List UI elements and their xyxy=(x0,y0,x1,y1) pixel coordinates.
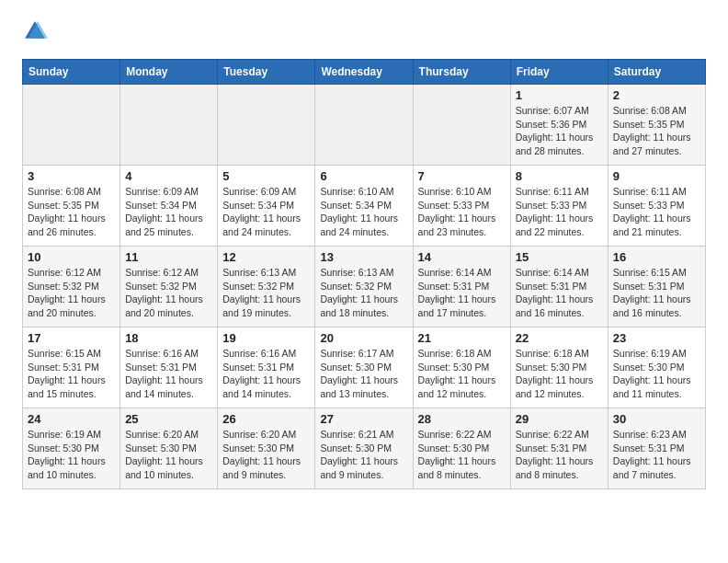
calendar-cell: 3Sunrise: 6:08 AM Sunset: 5:35 PM Daylig… xyxy=(23,166,120,247)
day-info: Sunrise: 6:08 AM Sunset: 5:35 PM Dayligh… xyxy=(28,185,115,239)
day-info: Sunrise: 6:13 AM Sunset: 5:32 PM Dayligh… xyxy=(320,266,407,320)
day-number: 26 xyxy=(222,412,310,426)
day-number: 23 xyxy=(613,331,700,345)
calendar-cell: 27Sunrise: 6:21 AM Sunset: 5:30 PM Dayli… xyxy=(315,408,413,489)
day-info: Sunrise: 6:23 AM Sunset: 5:31 PM Dayligh… xyxy=(613,428,700,482)
day-number: 13 xyxy=(320,250,407,264)
calendar-cell: 13Sunrise: 6:13 AM Sunset: 5:32 PM Dayli… xyxy=(315,247,413,327)
day-number: 27 xyxy=(320,412,407,426)
day-info: Sunrise: 6:16 AM Sunset: 5:31 PM Dayligh… xyxy=(222,347,310,401)
weekday-header: Friday xyxy=(510,60,608,85)
weekday-header: Thursday xyxy=(413,60,510,85)
day-info: Sunrise: 6:22 AM Sunset: 5:30 PM Dayligh… xyxy=(418,428,506,482)
day-info: Sunrise: 6:20 AM Sunset: 5:30 PM Dayligh… xyxy=(222,428,310,482)
day-number: 5 xyxy=(222,169,310,183)
day-number: 10 xyxy=(28,250,115,264)
day-info: Sunrise: 6:12 AM Sunset: 5:32 PM Dayligh… xyxy=(28,266,115,320)
calendar-cell: 21Sunrise: 6:18 AM Sunset: 5:30 PM Dayli… xyxy=(413,327,510,408)
calendar-cell: 26Sunrise: 6:20 AM Sunset: 5:30 PM Dayli… xyxy=(218,408,315,489)
calendar-cell xyxy=(315,85,413,166)
day-number: 19 xyxy=(222,331,310,345)
day-info: Sunrise: 6:14 AM Sunset: 5:31 PM Dayligh… xyxy=(418,266,506,320)
calendar-cell: 22Sunrise: 6:18 AM Sunset: 5:30 PM Dayli… xyxy=(510,327,608,408)
calendar-cell: 9Sunrise: 6:11 AM Sunset: 5:33 PM Daylig… xyxy=(608,166,705,247)
calendar-cell: 19Sunrise: 6:16 AM Sunset: 5:31 PM Dayli… xyxy=(218,327,315,408)
calendar-cell: 16Sunrise: 6:15 AM Sunset: 5:31 PM Dayli… xyxy=(608,247,705,327)
weekday-header: Sunday xyxy=(23,60,120,85)
calendar-cell xyxy=(120,85,218,166)
calendar-cell: 10Sunrise: 6:12 AM Sunset: 5:32 PM Dayli… xyxy=(23,247,120,327)
day-number: 17 xyxy=(28,331,115,345)
calendar-week: 3Sunrise: 6:08 AM Sunset: 5:35 PM Daylig… xyxy=(23,166,706,247)
day-info: Sunrise: 6:09 AM Sunset: 5:34 PM Dayligh… xyxy=(222,185,310,239)
calendar-cell: 11Sunrise: 6:12 AM Sunset: 5:32 PM Dayli… xyxy=(120,247,218,327)
day-number: 7 xyxy=(418,169,506,183)
day-number: 4 xyxy=(125,169,212,183)
logo-icon xyxy=(22,18,48,44)
page: SundayMondayTuesdayWednesdayThursdayFrid… xyxy=(0,0,728,504)
day-number: 9 xyxy=(613,169,700,183)
calendar-cell xyxy=(218,85,315,166)
weekday-header: Tuesday xyxy=(218,60,315,85)
day-number: 15 xyxy=(516,250,603,264)
calendar-week: 10Sunrise: 6:12 AM Sunset: 5:32 PM Dayli… xyxy=(23,247,706,327)
day-number: 25 xyxy=(125,412,212,426)
weekday-row: SundayMondayTuesdayWednesdayThursdayFrid… xyxy=(23,60,706,85)
day-number: 14 xyxy=(418,250,506,264)
calendar-cell: 28Sunrise: 6:22 AM Sunset: 5:30 PM Dayli… xyxy=(413,408,510,489)
day-info: Sunrise: 6:09 AM Sunset: 5:34 PM Dayligh… xyxy=(125,185,212,239)
weekday-header: Saturday xyxy=(608,60,705,85)
calendar-cell: 24Sunrise: 6:19 AM Sunset: 5:30 PM Dayli… xyxy=(23,408,120,489)
calendar-cell: 15Sunrise: 6:14 AM Sunset: 5:31 PM Dayli… xyxy=(510,247,608,327)
day-info: Sunrise: 6:07 AM Sunset: 5:36 PM Dayligh… xyxy=(516,104,603,158)
calendar-week: 24Sunrise: 6:19 AM Sunset: 5:30 PM Dayli… xyxy=(23,408,706,489)
calendar-cell: 25Sunrise: 6:20 AM Sunset: 5:30 PM Dayli… xyxy=(120,408,218,489)
calendar-week: 1Sunrise: 6:07 AM Sunset: 5:36 PM Daylig… xyxy=(23,85,706,166)
day-info: Sunrise: 6:17 AM Sunset: 5:30 PM Dayligh… xyxy=(320,347,407,401)
day-number: 8 xyxy=(516,169,603,183)
day-number: 20 xyxy=(320,331,407,345)
day-number: 2 xyxy=(613,88,700,102)
day-info: Sunrise: 6:20 AM Sunset: 5:30 PM Dayligh… xyxy=(125,428,212,482)
calendar-cell: 4Sunrise: 6:09 AM Sunset: 5:34 PM Daylig… xyxy=(120,166,218,247)
day-number: 29 xyxy=(516,412,603,426)
calendar-cell: 14Sunrise: 6:14 AM Sunset: 5:31 PM Dayli… xyxy=(413,247,510,327)
calendar-week: 17Sunrise: 6:15 AM Sunset: 5:31 PM Dayli… xyxy=(23,327,706,408)
day-info: Sunrise: 6:19 AM Sunset: 5:30 PM Dayligh… xyxy=(28,428,115,482)
day-info: Sunrise: 6:18 AM Sunset: 5:30 PM Dayligh… xyxy=(516,347,603,401)
day-info: Sunrise: 6:14 AM Sunset: 5:31 PM Dayligh… xyxy=(516,266,603,320)
calendar-cell: 5Sunrise: 6:09 AM Sunset: 5:34 PM Daylig… xyxy=(218,166,315,247)
calendar-header: SundayMondayTuesdayWednesdayThursdayFrid… xyxy=(23,60,706,85)
day-info: Sunrise: 6:18 AM Sunset: 5:30 PM Dayligh… xyxy=(418,347,506,401)
calendar-cell: 23Sunrise: 6:19 AM Sunset: 5:30 PM Dayli… xyxy=(608,327,705,408)
calendar-cell: 20Sunrise: 6:17 AM Sunset: 5:30 PM Dayli… xyxy=(315,327,413,408)
calendar-cell xyxy=(413,85,510,166)
calendar-cell: 7Sunrise: 6:10 AM Sunset: 5:33 PM Daylig… xyxy=(413,166,510,247)
day-info: Sunrise: 6:08 AM Sunset: 5:35 PM Dayligh… xyxy=(613,104,700,158)
day-number: 3 xyxy=(28,169,115,183)
weekday-header: Wednesday xyxy=(315,60,413,85)
calendar-cell xyxy=(23,85,120,166)
calendar-cell: 1Sunrise: 6:07 AM Sunset: 5:36 PM Daylig… xyxy=(510,85,608,166)
day-info: Sunrise: 6:22 AM Sunset: 5:31 PM Dayligh… xyxy=(516,428,603,482)
calendar-cell: 12Sunrise: 6:13 AM Sunset: 5:32 PM Dayli… xyxy=(218,247,315,327)
day-info: Sunrise: 6:10 AM Sunset: 5:34 PM Dayligh… xyxy=(320,185,407,239)
calendar-body: 1Sunrise: 6:07 AM Sunset: 5:36 PM Daylig… xyxy=(23,85,706,489)
calendar-cell: 2Sunrise: 6:08 AM Sunset: 5:35 PM Daylig… xyxy=(608,85,705,166)
logo xyxy=(22,18,51,44)
day-info: Sunrise: 6:15 AM Sunset: 5:31 PM Dayligh… xyxy=(613,266,700,320)
calendar-cell: 6Sunrise: 6:10 AM Sunset: 5:34 PM Daylig… xyxy=(315,166,413,247)
day-info: Sunrise: 6:11 AM Sunset: 5:33 PM Dayligh… xyxy=(516,185,603,239)
day-info: Sunrise: 6:19 AM Sunset: 5:30 PM Dayligh… xyxy=(613,347,700,401)
day-number: 21 xyxy=(418,331,506,345)
day-info: Sunrise: 6:12 AM Sunset: 5:32 PM Dayligh… xyxy=(125,266,212,320)
day-number: 6 xyxy=(320,169,407,183)
calendar: SundayMondayTuesdayWednesdayThursdayFrid… xyxy=(22,59,706,489)
day-number: 28 xyxy=(418,412,506,426)
weekday-header: Monday xyxy=(120,60,218,85)
header xyxy=(22,18,706,44)
day-number: 22 xyxy=(516,331,603,345)
day-info: Sunrise: 6:16 AM Sunset: 5:31 PM Dayligh… xyxy=(125,347,212,401)
day-info: Sunrise: 6:11 AM Sunset: 5:33 PM Dayligh… xyxy=(613,185,700,239)
day-number: 24 xyxy=(28,412,115,426)
